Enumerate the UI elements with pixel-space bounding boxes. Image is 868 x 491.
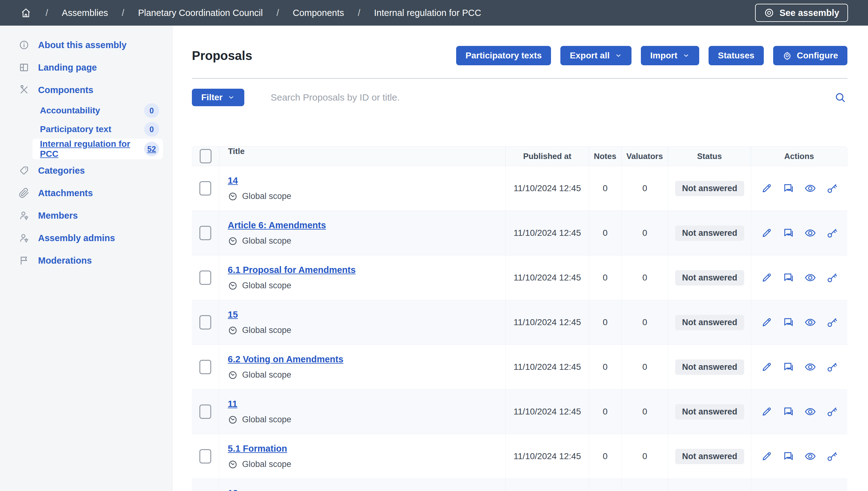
paperclip-icon	[19, 188, 29, 198]
home-icon	[20, 7, 32, 19]
scope-label: Global scope	[242, 415, 291, 425]
table-row: 14 Global scope 11/10/2024 12:45 0 0 Not…	[192, 166, 847, 211]
sidebar-item-members[interactable]: Members	[0, 204, 172, 227]
answer-action-icon[interactable]	[782, 227, 794, 239]
answer-action-icon[interactable]	[782, 182, 794, 194]
filter-button[interactable]: Filter	[192, 89, 244, 106]
row-checkbox[interactable]	[199, 449, 211, 463]
proposal-title-link[interactable]: 12	[228, 488, 238, 491]
page-title: Proposals	[192, 49, 252, 63]
proposal-title-link[interactable]: Article 6: Amendments	[228, 220, 326, 231]
proposal-title-link[interactable]: 14	[228, 176, 238, 186]
select-all-checkbox[interactable]	[200, 149, 212, 163]
preview-action-icon[interactable]	[804, 361, 816, 373]
preview-action-icon[interactable]	[804, 182, 816, 194]
answer-action-icon[interactable]	[782, 451, 794, 462]
row-checkbox[interactable]	[199, 226, 211, 240]
sidebar-item-participatory-text[interactable]: Participatory text 0	[32, 120, 163, 139]
edit-action-icon[interactable]	[761, 272, 773, 284]
statuses-button[interactable]: Statuses	[709, 46, 764, 65]
sidebar-item-about[interactable]: About this assembly	[0, 34, 172, 56]
see-assembly-button[interactable]: See assembly	[755, 4, 848, 22]
scope-icon	[228, 192, 238, 201]
permissions-action-icon[interactable]	[826, 361, 838, 373]
sidebar-item-landing-page[interactable]: Landing page	[0, 56, 172, 79]
breadcrumb-current: Internal regulation for PCC	[374, 8, 481, 18]
proposals-table: Title Published at Notes Valuators Statu…	[192, 146, 847, 491]
sidebar-item-internal-regulation[interactable]: Internal regulation for PCC 52	[32, 139, 163, 159]
edit-action-icon[interactable]	[761, 406, 773, 417]
participatory-texts-button[interactable]: Participatory texts	[456, 46, 551, 65]
export-all-button[interactable]: Export all	[560, 46, 631, 65]
published-at-cell: 11/10/2024 12:45	[505, 300, 589, 345]
main-content: Proposals Participatory texts Export all…	[173, 26, 868, 491]
permissions-action-icon[interactable]	[826, 182, 838, 194]
row-checkbox[interactable]	[199, 360, 211, 374]
column-header-published-at: Published at	[505, 146, 589, 166]
home-breadcrumb-link[interactable]	[20, 7, 32, 19]
column-header-notes: Notes	[589, 146, 621, 166]
table-row: 12	[192, 479, 847, 491]
answer-action-icon[interactable]	[782, 406, 794, 417]
preview-action-icon[interactable]	[804, 406, 816, 417]
valuators-cell: 0	[621, 166, 668, 210]
sidebar-item-components[interactable]: Components	[0, 79, 172, 101]
preview-action-icon[interactable]	[804, 316, 816, 328]
edit-action-icon[interactable]	[761, 316, 773, 328]
tag-icon	[19, 165, 29, 176]
breadcrumb-components[interactable]: Components	[293, 8, 344, 18]
proposal-title-link[interactable]: 5.1 Formation	[228, 443, 287, 454]
count-badge: 0	[144, 104, 159, 118]
chevron-down-icon	[227, 94, 235, 101]
proposal-title-link[interactable]: 6.2 Voting on Amendments	[228, 354, 343, 365]
permissions-action-icon[interactable]	[826, 406, 838, 417]
answer-action-icon[interactable]	[782, 272, 794, 284]
sidebar-item-label: Landing page	[38, 62, 97, 73]
sidebar-item-accountability[interactable]: Accountability 0	[32, 101, 163, 120]
row-checkbox[interactable]	[199, 315, 211, 329]
valuators-cell: 0	[621, 434, 668, 479]
valuators-cell: 0	[621, 300, 668, 345]
configure-button[interactable]: Configure	[773, 46, 847, 65]
permissions-action-icon[interactable]	[826, 316, 838, 328]
valuators-cell: 0	[621, 345, 668, 389]
breadcrumb-assemblies[interactable]: Assemblies	[62, 8, 108, 18]
scope-label: Global scope	[242, 459, 291, 469]
edit-action-icon[interactable]	[761, 361, 773, 373]
preview-action-icon[interactable]	[804, 227, 816, 239]
preview-action-icon[interactable]	[804, 451, 816, 462]
proposal-title-link[interactable]: 11	[228, 399, 238, 409]
proposal-title-link[interactable]: 6.1 Proposal for Amendments	[228, 265, 356, 275]
preview-action-icon[interactable]	[804, 272, 816, 284]
user-gear-icon	[19, 233, 29, 243]
sidebar-item-categories[interactable]: Categories	[0, 159, 172, 182]
flag-icon	[19, 255, 29, 266]
permissions-action-icon[interactable]	[826, 227, 838, 239]
user-gear-icon	[19, 210, 29, 221]
row-checkbox[interactable]	[199, 270, 211, 285]
permissions-action-icon[interactable]	[826, 272, 838, 284]
chevron-down-icon	[615, 52, 622, 59]
button-label: Export all	[570, 51, 610, 61]
status-badge: Not answered	[675, 270, 744, 286]
answer-action-icon[interactable]	[782, 316, 794, 328]
sidebar-item-moderations[interactable]: Moderations	[0, 249, 172, 272]
row-checkbox[interactable]	[199, 181, 211, 196]
proposal-title-link[interactable]: 15	[228, 310, 238, 320]
search-input[interactable]	[270, 92, 833, 103]
edit-action-icon[interactable]	[761, 227, 773, 239]
sidebar-item-attachments[interactable]: Attachments	[0, 182, 172, 204]
sidebar-item-label: Members	[38, 210, 78, 221]
sidebar-item-label: Attachments	[38, 188, 93, 198]
edit-action-icon[interactable]	[761, 451, 773, 462]
permissions-action-icon[interactable]	[826, 451, 838, 462]
import-button[interactable]: Import	[641, 46, 699, 65]
row-checkbox[interactable]	[199, 404, 211, 419]
published-at-cell: 11/10/2024 12:45	[505, 211, 589, 255]
search-button[interactable]	[833, 90, 847, 105]
toolbar: Participatory texts Export all Import St…	[456, 46, 847, 65]
answer-action-icon[interactable]	[782, 361, 794, 373]
breadcrumb-assembly-name[interactable]: Planetary Coordination Council	[138, 8, 263, 18]
edit-action-icon[interactable]	[761, 182, 773, 194]
sidebar-item-assembly-admins[interactable]: Assembly admins	[0, 227, 172, 249]
